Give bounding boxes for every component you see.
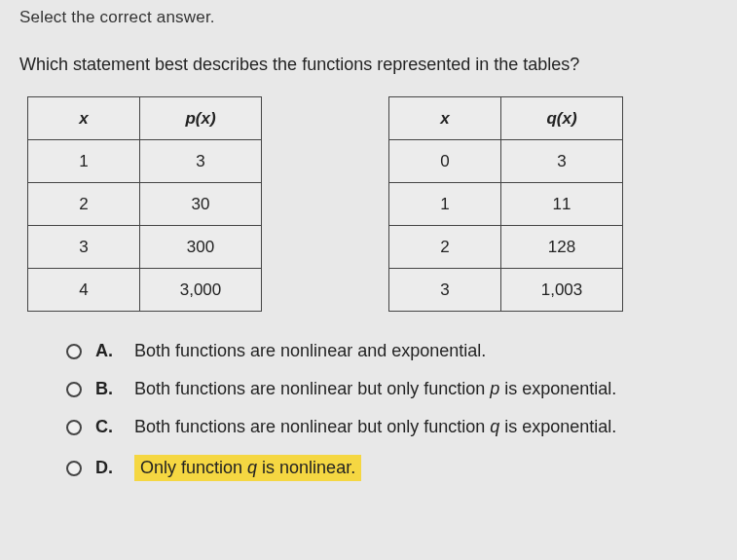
option-b[interactable]: B. Both functions are nonlinear but only…	[66, 379, 718, 399]
table-row: 3 300	[28, 226, 262, 269]
table-q: x q(x) 0 3 1 11 2 128 3 1,003	[388, 96, 623, 312]
cell: 3	[501, 140, 623, 183]
table-row: 1 3	[28, 140, 262, 183]
option-a[interactable]: A. Both functions are nonlinear and expo…	[66, 341, 718, 361]
table-row: 4 3,000	[28, 269, 262, 312]
option-text: Both functions are nonlinear but only fu…	[134, 417, 718, 437]
cell: 3,000	[140, 269, 262, 312]
cell: 2	[389, 226, 501, 269]
table-row: 2 30	[28, 183, 262, 226]
cell: 2	[28, 183, 140, 226]
table-p-header-fx: p(x)	[185, 109, 215, 128]
cell: 11	[501, 183, 623, 226]
option-text: Both functions are nonlinear and exponen…	[134, 341, 718, 361]
option-text: Both functions are nonlinear but only fu…	[134, 379, 718, 399]
text-post: is nonlinear.	[257, 458, 355, 477]
cell: 3	[140, 140, 262, 183]
tables-container: x p(x) 1 3 2 30 3 300 4 3,000 x q(x) 0 3	[19, 96, 718, 312]
cell: 4	[28, 269, 140, 312]
option-letter: D.	[95, 458, 117, 478]
option-d[interactable]: D. Only function q is nonlinear.	[66, 455, 718, 481]
table-p: x p(x) 1 3 2 30 3 300 4 3,000	[27, 96, 262, 312]
highlighted-answer: Only function q is nonlinear.	[134, 455, 361, 481]
question-text: Which statement best describes the funct…	[19, 55, 718, 75]
table-row: 1 11	[389, 183, 623, 226]
cell: 30	[140, 183, 262, 226]
radio-icon[interactable]	[66, 382, 82, 397]
cell: 1,003	[501, 269, 623, 312]
table-q-header-x: x	[440, 109, 449, 128]
table-row: 2 128	[389, 226, 623, 269]
cell: 1	[389, 183, 501, 226]
text-pre: Only function	[140, 458, 247, 477]
option-letter: C.	[95, 417, 117, 437]
function-name: q	[247, 458, 257, 477]
radio-icon[interactable]	[66, 420, 82, 435]
cell: 0	[389, 140, 501, 183]
function-name: p	[490, 379, 499, 398]
table-q-header-fx: q(x)	[546, 109, 576, 128]
cell: 3	[28, 226, 140, 269]
cell: 128	[501, 226, 623, 269]
instruction-text: Select the correct answer.	[19, 8, 718, 27]
option-letter: A.	[95, 341, 117, 361]
text-pre: Both functions are nonlinear but only fu…	[134, 417, 490, 436]
option-text: Only function q is nonlinear.	[134, 455, 718, 481]
function-name: q	[490, 417, 499, 436]
cell: 1	[28, 140, 140, 183]
radio-icon[interactable]	[66, 461, 82, 476]
text-pre: Both functions are nonlinear but only fu…	[134, 379, 490, 398]
table-row: 0 3	[389, 140, 623, 183]
option-c[interactable]: C. Both functions are nonlinear but only…	[66, 417, 718, 437]
radio-icon[interactable]	[66, 344, 82, 359]
table-p-header-x: x	[79, 109, 88, 128]
text-post: is exponential.	[499, 379, 616, 398]
text-post: is exponential.	[499, 417, 616, 436]
answer-options: A. Both functions are nonlinear and expo…	[19, 341, 718, 481]
table-row: 3 1,003	[389, 269, 623, 312]
cell: 300	[140, 226, 262, 269]
cell: 3	[389, 269, 501, 312]
option-letter: B.	[95, 379, 117, 399]
